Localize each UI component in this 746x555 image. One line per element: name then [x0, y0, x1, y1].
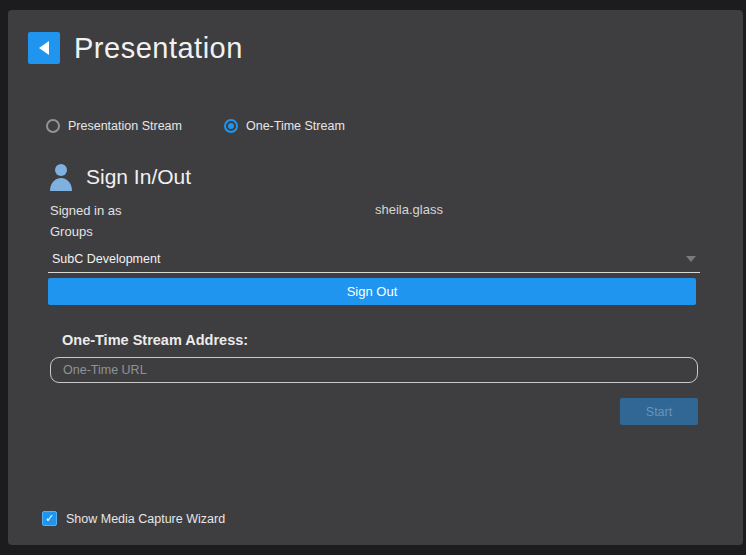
show-wizard-label: Show Media Capture Wizard	[66, 512, 225, 526]
signed-in-as-label: Signed in as	[50, 201, 122, 221]
presentation-window: Presentation Presentation Stream One-Tim…	[8, 10, 743, 545]
radio-unselected-icon[interactable]	[46, 119, 60, 133]
section-heading: Sign In/Out	[86, 165, 191, 189]
groups-dropdown[interactable]: SubC Development	[48, 246, 700, 273]
one-time-url-input[interactable]	[50, 357, 698, 383]
stream-type-radio-group: Presentation Stream One-Time Stream	[46, 119, 345, 133]
checkmark-icon: ✓	[45, 513, 54, 524]
radio-label: Presentation Stream	[68, 119, 182, 133]
radio-presentation-stream[interactable]: Presentation Stream	[46, 119, 182, 133]
show-wizard-checkbox-row[interactable]: ✓ Show Media Capture Wizard	[42, 511, 225, 526]
one-time-address-heading: One-Time Stream Address:	[62, 332, 248, 348]
groups-dropdown-value: SubC Development	[48, 252, 686, 266]
sign-out-button[interactable]: Sign Out	[48, 278, 696, 305]
radio-selected-icon[interactable]	[224, 119, 238, 133]
header: Presentation	[28, 31, 243, 65]
page-title: Presentation	[74, 32, 243, 65]
back-arrow-icon	[39, 41, 49, 55]
radio-one-time-stream[interactable]: One-Time Stream	[224, 119, 345, 133]
chevron-down-icon	[686, 256, 696, 262]
groups-label: Groups	[50, 222, 122, 242]
start-button[interactable]: Start	[620, 398, 698, 425]
back-button[interactable]	[28, 32, 60, 64]
sign-in-out-header: Sign In/Out	[48, 163, 191, 191]
checkbox-checked-icon[interactable]: ✓	[42, 511, 57, 526]
signed-in-username: sheila.glass	[375, 202, 443, 217]
sign-in-labels: Signed in as Groups	[50, 201, 122, 243]
user-icon	[48, 163, 74, 191]
radio-label: One-Time Stream	[246, 119, 345, 133]
